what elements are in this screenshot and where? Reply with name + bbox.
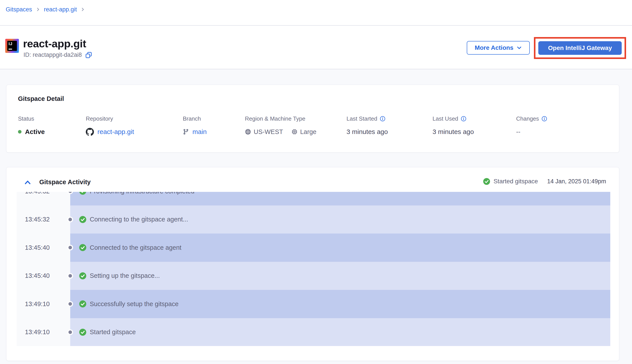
log-time: 13:49:10 — [25, 328, 50, 336]
activity-badge-time: 14 Jan, 2025 01:49pm — [547, 178, 606, 185]
status-label: Status — [18, 115, 34, 122]
more-actions-label: More Actions — [475, 44, 513, 51]
log-row: 13:49:10 Successfully setup the gitspace — [17, 290, 610, 318]
field-status: Status Active — [18, 115, 34, 122]
log-time: 13:45:32 — [25, 216, 50, 223]
open-intellij-gateway-button[interactable]: Open IntelliJ Gateway — [538, 41, 622, 55]
check-circle-icon — [79, 329, 86, 336]
log-time: 13:45:40 — [25, 244, 50, 251]
branch-label: Branch — [183, 115, 201, 122]
gitspace-activity-card: Gitspace Activity Started gitspace 14 Ja… — [6, 167, 619, 361]
log-row: 13:45:32 Connecting to the gitspace agen… — [17, 206, 610, 234]
info-icon[interactable] — [461, 116, 466, 122]
last-used-label: Last Used — [433, 115, 458, 122]
region-value: US-WEST — [254, 128, 283, 136]
activity-status-badge: Started gitspace 14 Jan, 2025 01:49pm — [483, 178, 606, 185]
log-time: 13:45:40 — [25, 272, 50, 279]
log-row: 13:45:32 Provisioning infrastructure com… — [17, 192, 610, 206]
breadcrumb-link-react-app[interactable]: react-app.git — [44, 6, 77, 13]
last-started-label: Last Started — [347, 115, 377, 122]
status-dot-icon — [18, 130, 22, 134]
field-region-machine: Region & Machine Type US-WEST — [245, 115, 305, 122]
info-icon[interactable] — [542, 116, 547, 122]
status-value: Active — [25, 128, 45, 136]
copy-icon[interactable] — [85, 52, 92, 58]
last-used-value: 3 minutes ago — [433, 128, 474, 136]
intellij-logo-letters: IJ — [9, 42, 13, 46]
log-text: Started gitspace — [90, 328, 136, 336]
field-last-used: Last Used 3 minutes ago — [433, 115, 466, 122]
check-circle-icon — [483, 178, 490, 185]
info-icon[interactable] — [380, 116, 385, 122]
intellij-logo-bar — [9, 49, 12, 50]
field-repository: Repository react-app.git — [86, 115, 113, 122]
page-header: IJ react-app.git ID: reactappgit-da2ai8 … — [0, 26, 632, 69]
machine-value: Large — [300, 128, 317, 136]
activity-card-title: Gitspace Activity — [39, 178, 91, 186]
log-row: 13:49:10 Started gitspace — [17, 318, 610, 346]
chevron-right-icon — [80, 7, 85, 12]
check-circle-icon — [79, 300, 86, 308]
chevron-down-icon — [517, 45, 522, 50]
check-circle-icon — [79, 192, 86, 195]
field-branch: Branch main — [183, 115, 201, 122]
breadcrumb-link-gitspaces[interactable]: Gitspaces — [6, 6, 32, 13]
branch-link[interactable]: main — [192, 128, 207, 136]
gitspace-detail-page: Gitspaces react-app.git IJ react-app.git… — [0, 0, 632, 364]
gitspace-id-row: ID: reactappgit-da2ai8 — [24, 52, 92, 58]
machine-type-group: Large — [291, 128, 317, 136]
top-bar: Gitspaces react-app.git — [0, 0, 632, 26]
detail-card-title: Gitspace Detail — [18, 95, 64, 102]
cpu-icon — [291, 129, 297, 135]
chevron-right-icon — [36, 7, 40, 12]
activity-log-content: 13:45:32 Provisioning infrastructure com… — [17, 192, 610, 346]
changes-value: -- — [516, 128, 520, 136]
timeline-dot-icon — [69, 330, 72, 334]
gitspace-id-text: ID: reactappgit-da2ai8 — [24, 52, 82, 58]
log-row: 13:45:40 Connected to the gitspace agent — [17, 234, 610, 262]
check-circle-icon — [79, 244, 86, 251]
globe-icon — [245, 129, 251, 135]
github-icon — [86, 128, 94, 136]
log-text: Provisioning infrastructure completed — [90, 192, 194, 195]
last-started-value: 3 minutes ago — [347, 128, 388, 136]
activity-log-viewport[interactable]: 13:45:32 Provisioning infrastructure com… — [17, 192, 610, 346]
chevron-up-icon[interactable] — [24, 179, 32, 185]
changes-label: Changes — [516, 115, 539, 122]
activity-badge-text: Started gitspace — [494, 178, 538, 185]
page-title: react-app.git — [23, 38, 86, 50]
field-changes: Changes -- — [516, 115, 547, 122]
gitspace-detail-card: Gitspace Detail Status Active Repository… — [6, 85, 619, 152]
more-actions-button[interactable]: More Actions — [467, 41, 530, 54]
log-time: 13:49:10 — [25, 300, 50, 308]
field-last-started: Last Started 3 minutes ago — [347, 115, 385, 122]
log-time: 13:45:32 — [25, 192, 50, 195]
repository-label: Repository — [86, 115, 113, 122]
timeline-dot-icon — [69, 274, 72, 278]
log-row: 13:45:40 Setting up the gitspace... — [17, 262, 610, 290]
check-circle-icon — [79, 216, 86, 223]
log-text: Setting up the gitspace... — [90, 272, 160, 279]
region-machine-label: Region & Machine Type — [245, 115, 305, 122]
log-text: Successfully setup the gitspace — [90, 300, 179, 308]
log-text: Connecting to the gitspace agent... — [90, 216, 188, 223]
log-text: Connected to the gitspace agent — [90, 244, 181, 251]
timeline-dot-icon — [69, 218, 72, 221]
annotation-highlight-box: Open IntelliJ Gateway — [534, 37, 626, 59]
intellij-logo-inner: IJ — [7, 41, 17, 51]
intellij-logo-icon: IJ — [5, 39, 19, 53]
repository-link[interactable]: react-app.git — [97, 128, 134, 136]
check-circle-icon — [79, 272, 86, 279]
breadcrumb: Gitspaces react-app.git — [6, 3, 85, 16]
git-branch-icon — [183, 129, 189, 135]
